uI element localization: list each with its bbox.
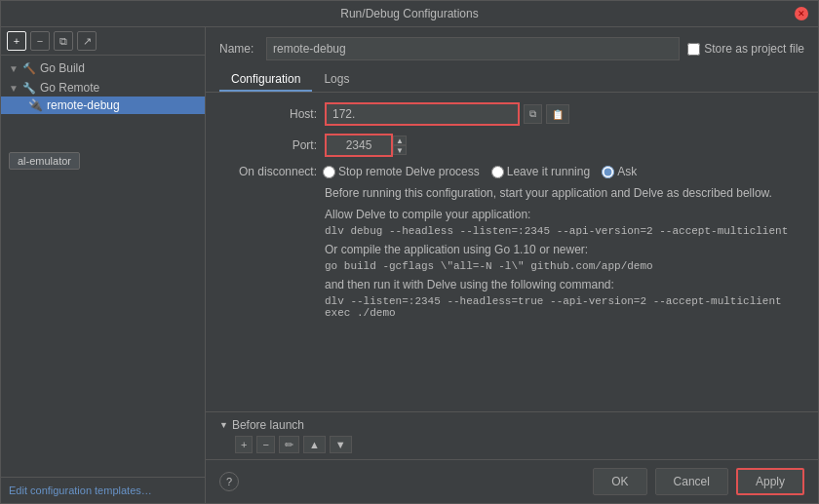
section2-text: Or compile the application using Go 1.10… xyxy=(325,243,804,256)
code3: dlv --listen=:2345 --headless=true --api… xyxy=(325,295,804,319)
code2: go build -gcflags \"all=-N -l\" github.c… xyxy=(325,260,804,272)
run-debug-dialog: Run/Debug Configurations ✕ + − ⧉ ↗ ▼ 🔨 G… xyxy=(0,0,819,504)
config-tree: ▼ 🔨 Go Build ▼ 🔧 Go Remote 🔌 remote-debu… xyxy=(1,56,205,477)
host-input[interactable] xyxy=(325,102,520,126)
radio-leave-text: Leave it running xyxy=(507,165,590,178)
before-launch-up-button[interactable]: ▲ xyxy=(303,436,326,453)
before-launch-edit-button[interactable]: ✏ xyxy=(279,436,299,453)
main-panel: Name: Store as project file Configuratio… xyxy=(206,27,818,503)
go-build-arrow: ▼ xyxy=(9,63,19,74)
host-copy-button[interactable]: ⧉ xyxy=(524,104,542,124)
move-config-button[interactable]: ↗ xyxy=(77,31,97,51)
go-remote-arrow: ▼ xyxy=(9,83,19,94)
before-launch-section: ▼ Before launch + − ✏ ▲ ▼ xyxy=(206,411,818,459)
host-input-group: ⧉ 📋 xyxy=(325,102,569,126)
add-config-button[interactable]: + xyxy=(7,31,26,51)
disconnect-row: On disconnect: Stop remote Delve process… xyxy=(219,165,804,178)
bottom-bar: ? OK Cancel Apply xyxy=(206,459,818,503)
action-buttons: OK Cancel Apply xyxy=(593,468,804,495)
close-button[interactable]: ✕ xyxy=(795,7,808,20)
disconnect-label: On disconnect: xyxy=(219,165,317,178)
sidebar-footer: Edit configuration templates… xyxy=(1,477,205,503)
go-remote-group: ▼ 🔧 Go Remote 🔌 remote-debug xyxy=(1,79,205,114)
go-build-header[interactable]: ▼ 🔨 Go Build xyxy=(1,59,205,77)
tooltip-box: al-emulator xyxy=(9,152,80,170)
host-label: Host: xyxy=(219,107,317,121)
radio-leave[interactable] xyxy=(491,166,504,178)
port-spinner: ▲ ▼ xyxy=(393,136,407,155)
store-project-label: Store as project file xyxy=(704,42,804,56)
before-launch-remove-button[interactable]: − xyxy=(256,436,274,453)
radio-stop-text: Stop remote Delve process xyxy=(338,165,480,178)
port-row: Port: ▲ ▼ xyxy=(219,134,804,157)
apply-button[interactable]: Apply xyxy=(736,468,804,495)
host-paste-button[interactable]: 📋 xyxy=(546,104,569,124)
before-launch-label: Before launch xyxy=(232,418,304,432)
store-project-section: Store as project file xyxy=(687,42,804,56)
remote-debug-item[interactable]: 🔌 remote-debug xyxy=(1,97,205,114)
tooltip-text: al-emulator xyxy=(18,155,71,167)
remove-config-button[interactable]: − xyxy=(30,31,50,51)
radio-ask-label[interactable]: Ask xyxy=(602,165,637,178)
section3-text: and then run it with Delve using the fol… xyxy=(325,278,804,291)
name-label: Name: xyxy=(219,42,258,56)
port-input-group: ▲ ▼ xyxy=(325,134,407,157)
tab-logs[interactable]: Logs xyxy=(312,68,361,92)
before-launch-toolbar: + − ✏ ▲ ▼ xyxy=(219,436,804,453)
remote-debug-label: remote-debug xyxy=(47,98,120,112)
config-area: Host: ⧉ 📋 Port: ▲ ▼ xyxy=(206,93,818,411)
radio-stop-label[interactable]: Stop remote Delve process xyxy=(323,165,480,178)
info-text: Before running this configuration, start… xyxy=(325,186,804,200)
name-row: Name: Store as project file xyxy=(206,27,818,68)
title-bar: Run/Debug Configurations ✕ xyxy=(1,1,818,27)
store-project-checkbox[interactable] xyxy=(687,43,700,56)
go-build-label: Go Build xyxy=(40,61,85,75)
port-input[interactable] xyxy=(325,134,393,157)
before-launch-down-button[interactable]: ▼ xyxy=(330,436,352,453)
remote-debug-icon: 🔌 xyxy=(28,98,43,112)
host-row: Host: ⧉ 📋 xyxy=(219,102,804,126)
go-build-icon: 🔨 xyxy=(22,62,36,75)
code1: dlv debug --headless --listen=:2345 --ap… xyxy=(325,225,804,237)
port-label: Port: xyxy=(219,138,317,152)
radio-leave-label[interactable]: Leave it running xyxy=(491,165,590,178)
go-remote-icon: 🔧 xyxy=(22,82,36,95)
sidebar: + − ⧉ ↗ ▼ 🔨 Go Build ▼ 🔧 Go xyxy=(1,27,206,503)
sidebar-toolbar: + − ⧉ ↗ xyxy=(1,27,205,56)
tab-configuration[interactable]: Configuration xyxy=(219,68,312,92)
before-launch-chevron: ▼ xyxy=(219,420,228,430)
go-remote-label: Go Remote xyxy=(40,81,99,95)
cancel-button[interactable]: Cancel xyxy=(655,468,728,495)
help-button[interactable]: ? xyxy=(219,472,239,491)
before-launch-add-button[interactable]: + xyxy=(235,436,253,453)
radio-stop[interactable] xyxy=(323,166,335,178)
before-launch-header[interactable]: ▼ Before launch xyxy=(219,418,804,432)
port-decrement-button[interactable]: ▼ xyxy=(393,145,407,155)
go-remote-header[interactable]: ▼ 🔧 Go Remote xyxy=(1,79,205,97)
radio-ask-text: Ask xyxy=(617,165,637,178)
tabs-bar: Configuration Logs xyxy=(206,68,818,93)
ok-button[interactable]: OK xyxy=(593,468,646,495)
edit-templates-link[interactable]: Edit configuration templates… xyxy=(9,485,152,496)
radio-ask[interactable] xyxy=(602,166,614,178)
port-increment-button[interactable]: ▲ xyxy=(393,136,407,145)
disconnect-radio-group: Stop remote Delve process Leave it runni… xyxy=(323,165,637,178)
name-input[interactable] xyxy=(266,37,680,60)
dialog-title: Run/Debug Configurations xyxy=(24,7,795,20)
go-build-group: ▼ 🔨 Go Build xyxy=(1,59,205,77)
section1-text: Allow Delve to compile your application: xyxy=(325,208,804,221)
copy-config-button[interactable]: ⧉ xyxy=(54,31,73,51)
main-content: + − ⧉ ↗ ▼ 🔨 Go Build ▼ 🔧 Go xyxy=(1,27,818,503)
